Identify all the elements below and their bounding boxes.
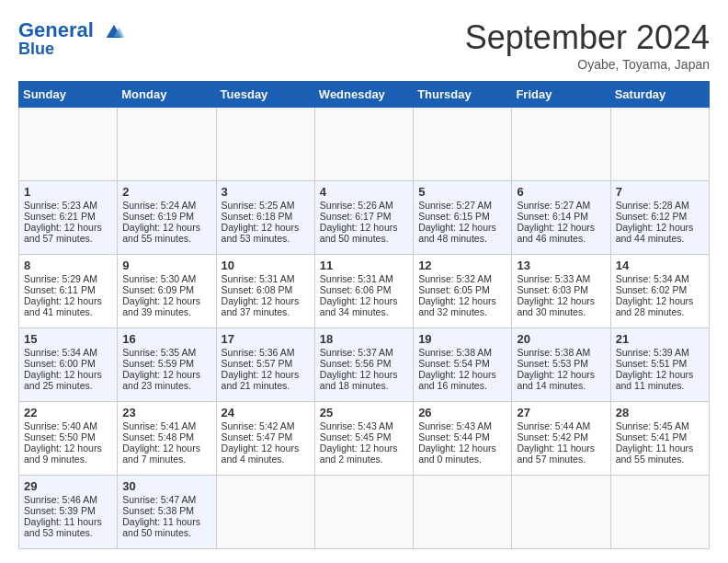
sunrise-text: Sunrise: 5:31 AM [222, 273, 295, 284]
daylight-text: Daylight: 12 hours and 32 minutes. [418, 295, 496, 317]
calendar-cell: 15Sunrise: 5:34 AMSunset: 6:00 PMDayligh… [19, 328, 118, 402]
sunset-text: Sunset: 6:06 PM [320, 284, 392, 295]
sunset-text: Sunset: 5:48 PM [122, 431, 194, 442]
daylight-text: Daylight: 12 hours and 34 minutes. [320, 295, 398, 317]
calendar-cell [314, 476, 413, 549]
month-title: September 2024 [465, 18, 710, 57]
daylight-text: Daylight: 11 hours and 57 minutes. [517, 442, 595, 465]
sunrise-text: Sunrise: 5:31 AM [320, 273, 393, 284]
day-number: 10 [222, 259, 310, 272]
calendar-cell: 5Sunrise: 5:27 AMSunset: 6:15 PMDaylight… [414, 181, 512, 255]
daylight-text: Daylight: 12 hours and 39 minutes. [122, 295, 200, 317]
daylight-text: Daylight: 12 hours and 46 minutes. [517, 222, 595, 244]
calendar-cell [512, 476, 610, 549]
day-number: 13 [517, 259, 605, 272]
day-number: 6 [517, 185, 605, 199]
calendar-cell: 30Sunrise: 5:47 AMSunset: 5:38 PMDayligh… [118, 476, 216, 549]
calendar-cell: 25Sunrise: 5:43 AMSunset: 5:45 PMDayligh… [314, 402, 413, 476]
calendar-cell [118, 108, 216, 181]
calendar-week-row: 22Sunrise: 5:40 AMSunset: 5:50 PMDayligh… [19, 402, 710, 476]
calendar-cell: 14Sunrise: 5:34 AMSunset: 6:02 PMDayligh… [610, 255, 709, 328]
sunset-text: Sunset: 5:57 PM [222, 358, 293, 369]
sunset-text: Sunset: 5:50 PM [24, 431, 96, 442]
calendar-cell: 1Sunrise: 5:23 AMSunset: 6:21 PMDaylight… [19, 181, 118, 255]
calendar-header-row: SundayMondayTuesdayWednesdayThursdayFrid… [19, 82, 710, 108]
day-number: 14 [616, 259, 704, 272]
day-number: 2 [122, 185, 210, 199]
daylight-text: Daylight: 12 hours and 57 minutes. [24, 222, 102, 244]
calendar-cell [414, 108, 512, 181]
calendar-cell: 26Sunrise: 5:43 AMSunset: 5:44 PMDayligh… [414, 402, 512, 476]
sunset-text: Sunset: 5:56 PM [320, 358, 392, 369]
calendar-cell: 7Sunrise: 5:28 AMSunset: 6:12 PMDaylight… [610, 181, 709, 255]
sunset-text: Sunset: 6:12 PM [616, 211, 688, 222]
day-number: 19 [418, 332, 506, 346]
sunrise-text: Sunrise: 5:34 AM [24, 347, 97, 358]
sunset-text: Sunset: 6:00 PM [24, 358, 96, 369]
daylight-text: Daylight: 12 hours and 55 minutes. [122, 222, 200, 244]
sunset-text: Sunset: 6:14 PM [517, 211, 588, 222]
calendar-cell [314, 108, 413, 181]
sunset-text: Sunset: 5:47 PM [222, 431, 293, 442]
sunset-text: Sunset: 6:08 PM [222, 284, 293, 295]
sunset-text: Sunset: 6:11 PM [24, 284, 96, 295]
sunrise-text: Sunrise: 5:28 AM [616, 200, 689, 211]
day-number: 27 [517, 406, 605, 419]
day-number: 23 [122, 406, 210, 419]
calendar-cell: 4Sunrise: 5:26 AMSunset: 6:17 PMDaylight… [314, 181, 413, 255]
sunset-text: Sunset: 6:05 PM [418, 284, 490, 295]
sunset-text: Sunset: 6:19 PM [122, 211, 194, 222]
calendar-cell: 18Sunrise: 5:37 AMSunset: 5:56 PMDayligh… [314, 328, 413, 402]
sunrise-text: Sunrise: 5:32 AM [418, 273, 492, 284]
sunrise-text: Sunrise: 5:42 AM [222, 420, 295, 431]
sunset-text: Sunset: 5:54 PM [418, 358, 490, 369]
daylight-text: Daylight: 12 hours and 7 minutes. [122, 442, 200, 465]
calendar-cell: 22Sunrise: 5:40 AMSunset: 5:50 PMDayligh… [19, 402, 118, 476]
day-number: 21 [616, 332, 704, 346]
sunset-text: Sunset: 6:09 PM [122, 284, 194, 295]
calendar-week-row: 1Sunrise: 5:23 AMSunset: 6:21 PMDaylight… [19, 181, 710, 255]
calendar-cell [216, 476, 314, 549]
calendar-cell [610, 108, 709, 181]
sunset-text: Sunset: 5:38 PM [122, 505, 194, 516]
sunrise-text: Sunrise: 5:33 AM [517, 273, 590, 284]
daylight-text: Daylight: 12 hours and 41 minutes. [24, 295, 102, 317]
sunrise-text: Sunrise: 5:34 AM [616, 273, 689, 284]
sunrise-text: Sunrise: 5:27 AM [517, 200, 590, 211]
day-number: 9 [122, 259, 210, 272]
day-number: 5 [418, 185, 506, 199]
calendar-cell [216, 108, 314, 181]
sunset-text: Sunset: 5:39 PM [24, 505, 96, 516]
sunrise-text: Sunrise: 5:41 AM [122, 420, 196, 431]
sunset-text: Sunset: 6:17 PM [320, 211, 392, 222]
daylight-text: Daylight: 11 hours and 53 minutes. [24, 516, 102, 538]
daylight-text: Daylight: 12 hours and 14 minutes. [517, 369, 595, 391]
calendar-cell: 6Sunrise: 5:27 AMSunset: 6:14 PMDaylight… [512, 181, 610, 255]
sunset-text: Sunset: 5:45 PM [320, 431, 392, 442]
day-number: 22 [24, 406, 112, 419]
calendar-cell [19, 108, 118, 181]
title-section: September 2024 Oyabe, Toyama, Japan [465, 18, 710, 72]
daylight-text: Daylight: 12 hours and 16 minutes. [418, 369, 496, 391]
daylight-text: Daylight: 12 hours and 28 minutes. [616, 295, 694, 317]
daylight-text: Daylight: 12 hours and 9 minutes. [24, 442, 102, 465]
day-number: 12 [418, 259, 506, 272]
calendar-cell: 2Sunrise: 5:24 AMSunset: 6:19 PMDaylight… [118, 181, 216, 255]
sunrise-text: Sunrise: 5:37 AM [320, 347, 393, 358]
day-number: 11 [320, 259, 408, 272]
header-tuesday: Tuesday [216, 82, 314, 108]
daylight-text: Daylight: 12 hours and 25 minutes. [24, 369, 102, 391]
sunrise-text: Sunrise: 5:27 AM [418, 200, 492, 211]
sunset-text: Sunset: 6:03 PM [517, 284, 588, 295]
daylight-text: Daylight: 12 hours and 0 minutes. [418, 442, 496, 465]
calendar-week-row: 15Sunrise: 5:34 AMSunset: 6:00 PMDayligh… [19, 328, 710, 402]
calendar-table: SundayMondayTuesdayWednesdayThursdayFrid… [18, 81, 710, 549]
sunrise-text: Sunrise: 5:24 AM [122, 200, 196, 211]
calendar-week-row: 8Sunrise: 5:29 AMSunset: 6:11 PMDaylight… [19, 255, 710, 328]
sunrise-text: Sunrise: 5:23 AM [24, 200, 97, 211]
day-number: 17 [222, 332, 310, 346]
sunrise-text: Sunrise: 5:39 AM [616, 347, 689, 358]
daylight-text: Daylight: 12 hours and 48 minutes. [418, 222, 496, 244]
sunrise-text: Sunrise: 5:38 AM [418, 347, 492, 358]
sunrise-text: Sunrise: 5:40 AM [24, 420, 97, 431]
